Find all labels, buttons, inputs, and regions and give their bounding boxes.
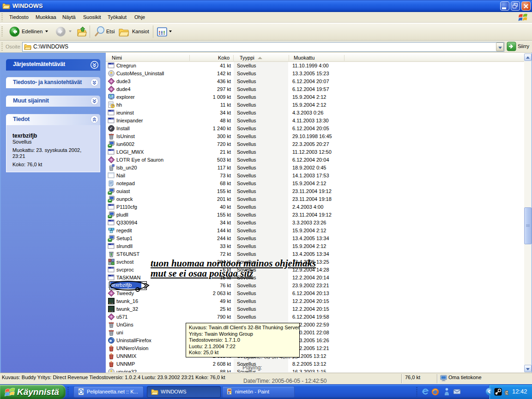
svg-text:?: ? <box>112 104 114 108</box>
